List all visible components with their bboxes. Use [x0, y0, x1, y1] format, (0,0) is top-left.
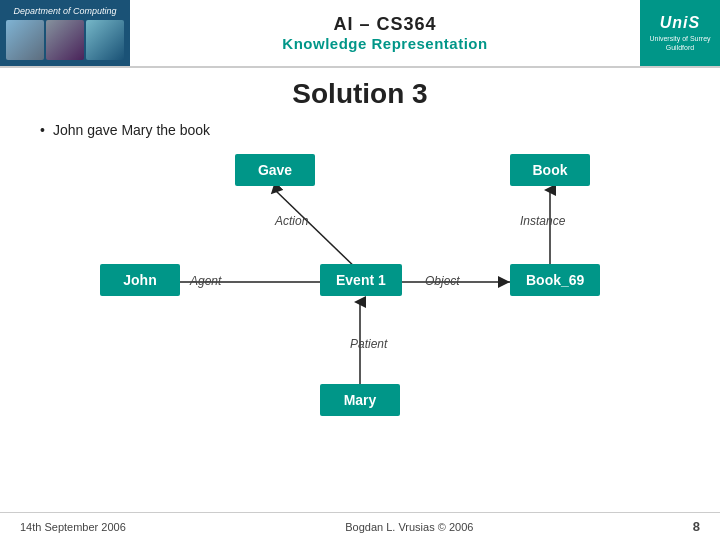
label-instance: Instance: [520, 214, 565, 228]
photo-1: [6, 20, 44, 60]
footer-page: 8: [693, 519, 700, 534]
box-event1: Event 1: [320, 264, 402, 296]
photo-3: [86, 20, 124, 60]
header: Department of Computing AI – CS364 Knowl…: [0, 0, 720, 68]
header-photos: [6, 20, 124, 60]
uni-logo: UniS: [660, 14, 700, 32]
header-left: Department of Computing: [0, 0, 130, 66]
label-patient: Patient: [350, 337, 387, 351]
bullet-item: • John gave Mary the book: [40, 122, 680, 138]
uni-name: University of SurreyGuildford: [649, 34, 710, 52]
bullet-text: John gave Mary the book: [53, 122, 210, 138]
box-mary: Mary: [320, 384, 400, 416]
footer-copyright: Bogdan L. Vrusias © 2006: [345, 521, 473, 533]
solution-title: Solution 3: [40, 78, 680, 110]
label-action: Action: [275, 214, 308, 228]
box-book69: Book_69: [510, 264, 600, 296]
box-gave: Gave: [235, 154, 315, 186]
arrows-svg: [40, 154, 680, 464]
bullet-dot: •: [40, 122, 45, 138]
box-book: Book: [510, 154, 590, 186]
main-content: Solution 3 • John gave Mary the book: [0, 68, 720, 470]
svg-line-4: [275, 190, 360, 272]
box-john: John: [100, 264, 180, 296]
header-title: AI – CS364: [333, 14, 436, 35]
footer-date: 14th September 2006: [20, 521, 126, 533]
diagram: Gave Book Event 1 Book_69 John Mary Acti…: [40, 154, 680, 464]
header-center: AI – CS364 Knowledge Representation: [130, 0, 640, 66]
header-subtitle: Knowledge Representation: [282, 35, 487, 52]
label-object: Object: [425, 274, 460, 288]
label-agent: Agent: [190, 274, 221, 288]
photo-2: [46, 20, 84, 60]
dept-label: Department of Computing: [13, 6, 116, 16]
footer: 14th September 2006 Bogdan L. Vrusias © …: [0, 512, 720, 540]
header-right: UniS University of SurreyGuildford: [640, 0, 720, 66]
